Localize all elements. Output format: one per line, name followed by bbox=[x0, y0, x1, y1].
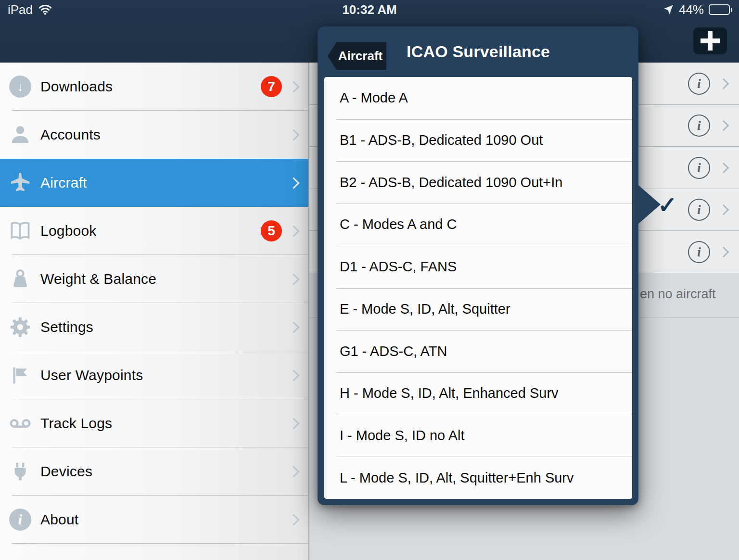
chevron-right-icon bbox=[288, 273, 299, 285]
sidebar-item-weight-balance[interactable]: Weight & Balance bbox=[0, 255, 308, 303]
option-mode-a[interactable]: A - Mode A bbox=[324, 77, 632, 119]
chevron-right-icon bbox=[288, 177, 299, 189]
divider bbox=[12, 543, 308, 544]
chevron-right-icon bbox=[288, 466, 299, 477]
chevron-right-icon bbox=[288, 225, 299, 237]
info-icon[interactable]: i bbox=[688, 199, 710, 221]
gear-icon bbox=[9, 316, 32, 339]
option-i[interactable]: I - Mode S, ID no Alt bbox=[324, 415, 632, 457]
footer-hint-text: en no aircraft bbox=[640, 287, 716, 302]
option-g1[interactable]: G1 - ADS-C, ATN bbox=[324, 330, 632, 372]
sidebar-item-accounts[interactable]: Accounts bbox=[0, 111, 308, 159]
status-bar: iPad 10:32 AM 44% bbox=[0, 0, 739, 19]
battery-percent: 44% bbox=[679, 2, 704, 17]
sidebar-item-user-waypoints[interactable]: User Waypoints bbox=[0, 351, 308, 399]
option-b2[interactable]: B2 - ADS-B, Dedicated 1090 Out+In bbox=[324, 161, 632, 204]
checkmark-icon: ✓ bbox=[658, 191, 677, 218]
airplane-icon bbox=[9, 171, 32, 194]
chevron-right-icon bbox=[718, 162, 729, 173]
clock: 10:32 AM bbox=[342, 2, 396, 17]
chevron-right-icon bbox=[718, 246, 729, 257]
chevron-right-icon bbox=[288, 369, 299, 381]
open-book-icon bbox=[9, 219, 32, 242]
flag-icon bbox=[9, 364, 32, 387]
popover-header: Aircraft ICAO Surveillance bbox=[318, 26, 638, 77]
chevron-right-icon bbox=[288, 129, 299, 140]
info-icon[interactable]: i bbox=[688, 241, 710, 263]
popover-title: ICAO Surveillance bbox=[407, 26, 550, 77]
option-b1[interactable]: B1 - ADS-B, Dedicated 1090 Out bbox=[324, 119, 632, 162]
info-icon[interactable]: i bbox=[688, 157, 710, 179]
weight-icon bbox=[9, 267, 32, 291]
sidebar-item-aircraft[interactable]: Aircraft bbox=[0, 159, 308, 207]
option-c[interactable]: C - Modes A and C bbox=[324, 204, 632, 246]
battery-icon bbox=[709, 4, 732, 15]
sidebar: ↓ Downloads 7 Accounts Aircra bbox=[0, 63, 309, 560]
sidebar-item-logbook[interactable]: Logbook 5 bbox=[0, 207, 308, 255]
option-d1[interactable]: D1 - ADS-C, FANS bbox=[324, 246, 632, 288]
popover-arrow bbox=[638, 185, 661, 224]
plug-icon bbox=[9, 460, 32, 483]
chevron-right-icon bbox=[718, 204, 729, 216]
download-icon: ↓ bbox=[9, 75, 32, 98]
info-icon[interactable]: i bbox=[688, 115, 710, 137]
chevron-right-icon bbox=[718, 78, 729, 89]
back-button[interactable]: Aircraft bbox=[328, 42, 386, 70]
person-icon bbox=[9, 123, 32, 146]
sidebar-item-settings[interactable]: Settings bbox=[0, 303, 308, 351]
app-screen: i i i i i en no aircraft ✓ bbox=[0, 0, 739, 560]
sidebar-item-about[interactable]: i About bbox=[0, 496, 308, 544]
chevron-right-icon bbox=[288, 321, 299, 333]
info-icon[interactable]: i bbox=[688, 73, 710, 95]
plus-icon bbox=[701, 31, 720, 51]
downloads-badge: 7 bbox=[261, 76, 282, 97]
option-e[interactable]: E - Mode S, ID, Alt, Squitter bbox=[324, 288, 632, 331]
option-l[interactable]: L - Mode S, ID, Alt, Squitter+Enh Surv bbox=[324, 457, 632, 499]
about-info-icon: i bbox=[9, 508, 32, 531]
chevron-right-icon bbox=[718, 120, 729, 131]
sidebar-item-devices[interactable]: Devices bbox=[0, 447, 308, 496]
surveillance-options-list: A - Mode A B1 - ADS-B, Dedicated 1090 Ou… bbox=[324, 77, 632, 499]
option-h[interactable]: H - Mode S, ID, Alt, Enhanced Surv bbox=[324, 372, 632, 415]
track-logs-icon bbox=[9, 412, 32, 435]
sidebar-item-downloads[interactable]: ↓ Downloads 7 bbox=[0, 63, 308, 111]
chevron-right-icon bbox=[288, 81, 299, 92]
chevron-right-icon bbox=[288, 514, 299, 525]
logbook-badge: 5 bbox=[261, 220, 282, 242]
icao-surveillance-popover: Aircraft ICAO Surveillance A - Mode A B1… bbox=[318, 26, 638, 505]
location-arrow-icon bbox=[663, 4, 674, 15]
add-aircraft-button[interactable] bbox=[693, 27, 727, 54]
chevron-right-icon bbox=[288, 418, 299, 429]
sidebar-item-track-logs[interactable]: Track Logs bbox=[0, 399, 308, 447]
